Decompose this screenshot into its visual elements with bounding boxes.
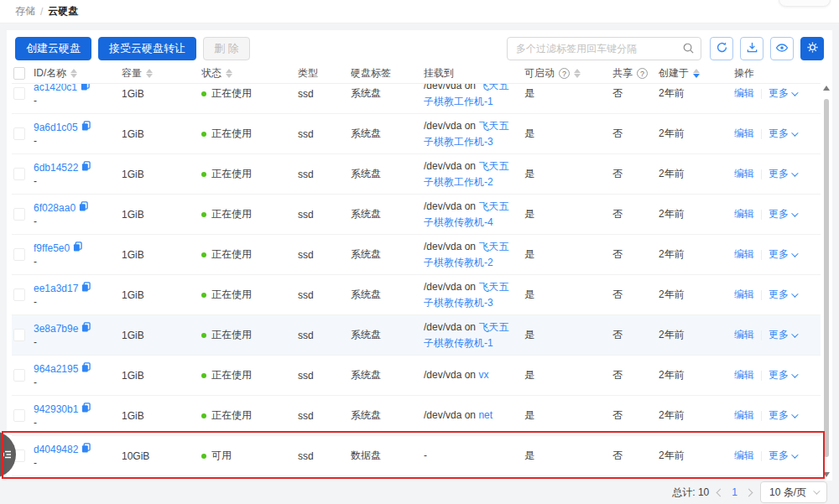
edit-link[interactable]: 编辑 [734,449,754,463]
status-dot-icon [201,212,206,217]
copy-icon[interactable] [81,362,91,375]
type-cell: ssd [298,410,351,422]
settings-button[interactable] [800,37,824,60]
search-input[interactable] [507,37,701,60]
disk-id-link[interactable]: ee1a3d17 [34,283,78,294]
disk-id-link[interactable]: ac1420c1 [34,84,77,93]
refresh-button[interactable] [710,37,733,60]
more-menu[interactable]: 更多 [769,449,796,463]
status-dot-icon [201,293,206,298]
more-label: 更多 [769,368,789,382]
capacity-cell: 1GiB [122,249,201,261]
row-checkbox[interactable] [13,87,25,100]
created-cell: 2年前 [659,328,734,342]
edit-link[interactable]: 编辑 [734,207,754,221]
row-checkbox[interactable] [13,329,25,341]
copy-icon[interactable] [81,282,91,294]
download-button[interactable] [740,37,763,60]
copy-icon[interactable] [73,242,82,254]
copy-icon[interactable] [81,121,91,133]
delete-button[interactable]: 删 除 [203,37,250,60]
status-cell: 正在使用 [201,247,298,262]
disk-id-link[interactable]: 942930b1 [34,403,78,415]
sort-icon[interactable] [693,69,700,78]
prev-page-icon[interactable] [717,488,725,496]
page-size-select[interactable]: 10 条/页 [760,481,827,503]
more-menu[interactable]: 更多 [769,328,796,342]
bootable-cell: 是 [524,368,612,382]
more-menu[interactable]: 更多 [769,86,796,101]
row-checkbox[interactable] [13,127,25,140]
row-checkbox[interactable] [13,248,25,261]
disk-id-link[interactable]: 3e8a7b9e [34,323,78,335]
sort-icon[interactable] [70,69,77,78]
created-cell: 2年前 [659,247,734,262]
status-cell: 正在使用 [201,288,298,302]
disk-id-link[interactable]: 9a6d1c05 [34,122,78,133]
more-menu[interactable]: 更多 [769,207,796,221]
row-checkbox[interactable] [13,409,25,422]
pagination: 总计: 10 1 10 条/页 [672,481,827,504]
disk-name: - [34,296,113,308]
bootable-cell: 是 [524,288,612,302]
disk-id-link[interactable]: 6f028aa0 [34,202,76,214]
help-icon[interactable]: ? [559,68,570,79]
breadcrumb-parent[interactable]: 存储 [15,4,35,18]
tag-cell: 系统盘 [351,207,424,221]
attached-server-link[interactable]: vx [478,369,488,381]
header-checkbox[interactable] [13,67,25,80]
edit-link[interactable]: 编辑 [734,408,754,423]
more-menu[interactable]: 更多 [769,247,796,262]
copy-icon[interactable] [81,84,90,93]
copy-icon[interactable] [81,403,91,415]
status-text: 正在使用 [211,127,252,141]
sort-icon[interactable] [574,69,581,78]
status-dot-icon [201,132,206,137]
more-label: 更多 [769,247,789,262]
copy-icon[interactable] [81,161,91,174]
table-row: 6db14522-1GiB正在使用ssd系统盘/dev/vda on 飞天五子棋… [12,154,821,195]
columns-visibility-button[interactable] [770,37,794,60]
scrollbar-thumb[interactable] [824,99,829,457]
more-menu[interactable]: 更多 [769,288,796,302]
more-menu[interactable]: 更多 [769,167,796,181]
sort-icon[interactable] [146,69,153,78]
edit-link[interactable]: 编辑 [734,247,754,262]
sort-icon[interactable] [226,69,232,78]
more-menu[interactable]: 更多 [769,408,796,423]
scroll-down-icon[interactable] [823,472,830,477]
row-checkbox[interactable] [13,208,25,221]
edit-link[interactable]: 编辑 [734,368,754,382]
scrollbar[interactable] [822,86,831,477]
download-icon [746,41,758,56]
copy-icon[interactable] [81,322,91,335]
attached-server-link[interactable]: net [478,409,492,421]
row-checkbox[interactable] [13,168,25,180]
current-page[interactable]: 1 [732,486,737,498]
copy-icon[interactable] [79,201,88,214]
row-checkbox[interactable] [13,288,25,301]
row-checkbox[interactable] [13,369,25,382]
scroll-up-icon[interactable] [823,86,830,91]
more-label: 更多 [769,328,789,342]
more-menu[interactable]: 更多 [769,368,796,382]
accept-transfer-button[interactable]: 接受云硬盘转让 [98,37,196,60]
edit-link[interactable]: 编辑 [734,328,754,342]
disk-id-link[interactable]: f9ffe5e0 [34,242,70,254]
floating-button-partial [779,0,831,7]
edit-link[interactable]: 编辑 [734,127,754,141]
next-page-icon[interactable] [745,488,753,496]
copy-icon[interactable] [81,443,91,455]
edit-link[interactable]: 编辑 [734,288,754,302]
created-cell: 2年前 [659,167,734,181]
disk-id-link[interactable]: 964a2195 [34,363,78,375]
more-menu[interactable]: 更多 [769,127,796,141]
disk-id-link[interactable]: d4049482 [34,444,78,455]
edit-link[interactable]: 编辑 [734,167,754,181]
edit-link[interactable]: 编辑 [734,86,754,101]
disk-id-link[interactable]: 6db14522 [34,162,78,174]
status-cell: 正在使用 [201,368,298,382]
row-actions: 编辑更多 [734,449,821,463]
help-icon[interactable]: ? [637,68,648,79]
create-volume-button[interactable]: 创建云硬盘 [15,37,91,60]
